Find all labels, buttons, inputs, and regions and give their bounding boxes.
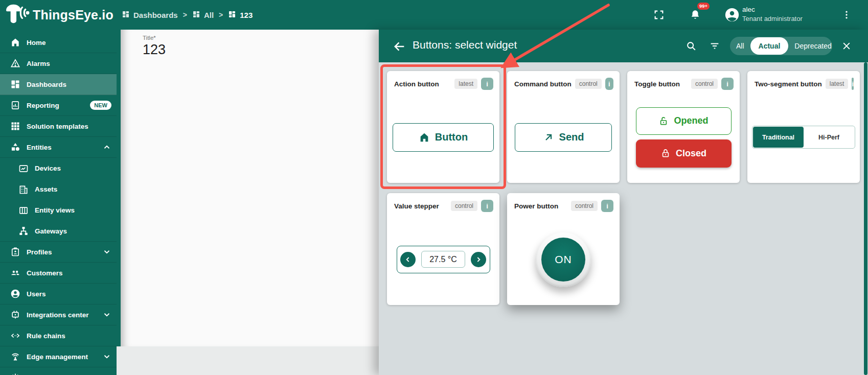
info-icon[interactable]: i [601,200,613,212]
sidebar-item-entities[interactable]: Entities [0,137,117,158]
breadcrumb-current[interactable]: 123 [228,10,253,20]
chevron-left-icon [400,252,416,267]
sidebar-item-assets[interactable]: Assets [0,179,117,200]
avatar[interactable] [724,7,740,22]
sidebar-item-users[interactable]: Users [0,284,117,304]
info-icon[interactable]: i [721,78,734,90]
entities-shapes-icon [10,142,20,152]
chevron-right-icon [471,252,486,267]
chevron-down-icon[interactable] [102,352,111,361]
toggle-opened-preview: Opened [636,107,732,135]
logo-icon [5,3,30,27]
toggle-closed-preview: Closed [636,139,732,168]
sidebar-item-entity-views[interactable]: Entity views [0,200,117,221]
breadcrumb: Dashboards > All > 123 [122,10,253,20]
breadcrumb-separator: > [183,11,187,19]
card-title: Power button [514,202,567,210]
search-icon[interactable] [684,39,698,53]
widget-card-action-button[interactable]: Action button latest i Button [387,71,499,183]
card-title: Command button [514,80,572,88]
home-icon [419,132,430,143]
sidebar-item-devices[interactable]: Devices [0,158,117,179]
logo-text: ThingsEye.io [33,8,113,22]
dashboard-form-area: Title* 123 [121,30,379,346]
fullscreen-icon[interactable] [649,5,669,25]
columns-icon [18,205,29,216]
version-badge: control [691,79,718,89]
sidebar-item-reporting[interactable]: Reporting NEW [0,95,117,116]
widget-type-filter: All Actual Deprecated [730,37,832,55]
breadcrumb-label: 123 [240,11,253,19]
alarm-warning-icon [10,58,20,68]
filter-icon[interactable] [707,39,722,53]
breadcrumb-all[interactable]: All [192,10,214,20]
breadcrumb-dashboards[interactable]: Dashboards [122,10,178,20]
dashboard-tile-icon [192,10,200,20]
segment-hi-perf: Hi-Perf [804,127,854,148]
lock-closed-icon [660,148,671,158]
building-icon [18,184,29,195]
widget-grid: Action button latest i Button Command bu… [379,62,868,375]
breadcrumb-separator: > [219,11,223,19]
panel-title: Buttons: select widget [413,39,517,51]
version-badge: latest [826,79,849,89]
panel-header: Buttons: select widget All Actual Deprec… [379,30,868,62]
chevron-down-icon[interactable] [102,247,111,256]
id-badge-icon [10,247,20,257]
card-title: Value stepper [394,202,447,210]
filter-option-all[interactable]: All [730,37,750,55]
version-badge: control [571,201,598,211]
dashboard-tile-icon [228,10,236,20]
filter-option-actual[interactable]: Actual [750,37,789,55]
back-arrow-icon[interactable] [392,39,406,54]
backdrop-left-strip [117,30,121,346]
reporting-icon [10,100,20,110]
segment-traditional: Traditional [753,127,804,148]
sidebar-item-rule-chains[interactable]: Rule chains [0,325,117,346]
grid-icon [10,121,20,131]
home-icon [10,37,20,48]
sidebar-item-alarms[interactable]: Alarms [0,53,117,74]
scrollbar[interactable] [864,62,867,375]
arrow-outward-icon [543,132,554,143]
info-icon[interactable]: i [481,200,493,212]
sidebar-item-dashboards[interactable]: Dashboards [0,74,117,95]
widget-card-value-stepper[interactable]: Value stepper control i 27.5 °C [387,193,499,305]
more-vert-icon[interactable] [836,5,857,25]
sidebar-item-gateways[interactable]: Gateways [0,221,117,242]
version-badge: latest [454,79,477,89]
power-button-preview: ON [536,232,591,287]
widget-card-power-button[interactable]: Power button control i ON [507,193,620,305]
close-icon[interactable] [839,39,854,53]
widget-card-two-segment-button[interactable]: Two-segment button latest i Traditional … [747,71,860,183]
two-segment-preview: Traditional Hi-Perf [752,126,855,149]
info-icon[interactable]: i [481,78,493,90]
sidebar-item-profiles[interactable]: Profiles [0,242,117,263]
devices-icon [18,163,29,174]
dashboard-tile-icon [122,10,130,20]
notifications-bell-icon[interactable]: 99+ [685,5,705,25]
sidebar-item-solution-templates[interactable]: Solution templates [0,116,117,137]
widget-card-toggle-button[interactable]: Toggle button control i Opened Closed [627,71,740,183]
sidebar-item-customers[interactable]: Customers [0,263,117,284]
filter-option-deprecated[interactable]: Deprecated [788,37,837,55]
chevron-down-icon[interactable] [102,310,111,319]
people-icon [10,268,20,278]
widget-card-command-button[interactable]: Command button control i Send [507,71,620,183]
info-icon[interactable]: i [605,78,613,90]
sidebar-item-integrations-center[interactable]: Integrations center [0,304,117,325]
sidebar-item-advanced-features[interactable]: Advanced features [0,367,117,375]
sidebar-item-home[interactable]: Home [0,32,117,53]
breadcrumb-label: All [204,11,214,19]
value-stepper-preview: 27.5 °C [397,246,490,273]
user-info[interactable]: alec Tenant administrator [742,5,803,24]
card-title: Toggle button [634,80,688,88]
select-widget-panel: Buttons: select widget All Actual Deprec… [379,30,868,375]
chevron-up-icon[interactable] [102,143,111,152]
edge-antenna-icon [10,351,20,362]
title-field-value[interactable]: 123 [143,42,166,58]
sidebar-item-edge-management[interactable]: Edge management [0,346,117,367]
info-icon[interactable]: i [852,78,854,90]
preview-button-label: Opened [674,115,708,126]
logo[interactable]: ThingsEye.io [0,3,122,27]
